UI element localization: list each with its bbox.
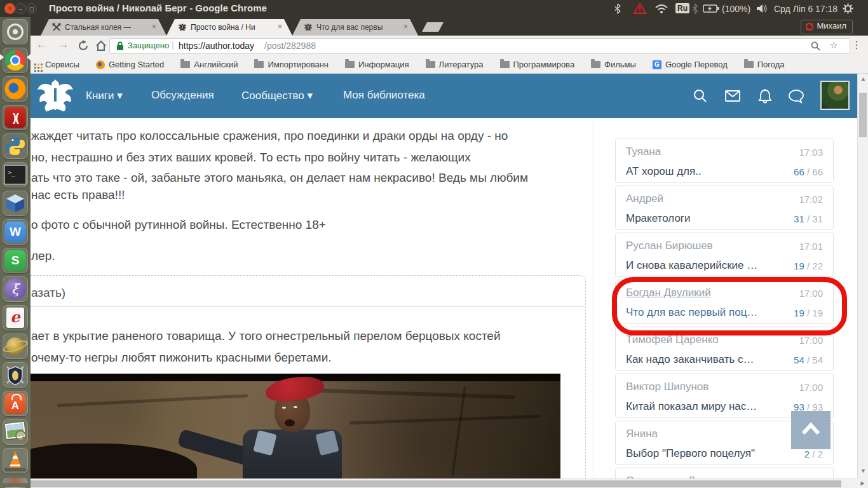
bookmark-folder-films[interactable]: Фильмы bbox=[591, 60, 636, 69]
bluetooth-dim-icon[interactable] bbox=[692, 3, 698, 14]
tab-close-icon[interactable]: × bbox=[152, 22, 156, 31]
sidebar-entry[interactable]: Охотникова Лидия 17:00 bbox=[615, 468, 834, 478]
entry-author[interactable]: Туяана bbox=[626, 146, 661, 158]
ubuntu-software-icon[interactable]: A bbox=[3, 391, 28, 416]
nav-books[interactable]: Книги ▾ bbox=[86, 89, 123, 102]
battery-icon[interactable] bbox=[703, 4, 719, 13]
entry-title[interactable]: АТ хорош для.. bbox=[626, 158, 702, 178]
bookmark-folder-weather[interactable]: Погода bbox=[744, 60, 785, 69]
bookmark-google-translate[interactable]: G Google Перевод bbox=[653, 60, 728, 69]
w-app-icon[interactable]: W bbox=[3, 219, 28, 245]
bookmarks-bar: Сервисы Getting Started Английский Импор… bbox=[0, 56, 868, 74]
window-minimize-button[interactable]: − bbox=[15, 3, 26, 14]
article-line: жаждет читать про колоссальные сражения,… bbox=[31, 129, 508, 143]
back-button[interactable]: ← bbox=[36, 37, 48, 51]
nav-discussions[interactable]: Обсуждения bbox=[151, 89, 214, 102]
entry-author[interactable]: Руслан Бирюшев bbox=[626, 240, 713, 252]
nav-my-library[interactable]: Моя библиотека bbox=[343, 89, 425, 102]
tab-chto-dlya-vas[interactable]: Что для вас первы × bbox=[292, 19, 418, 36]
site-header: Книги ▾ Обсуждения Сообщество ▾ Моя библ… bbox=[0, 74, 857, 118]
address-bar[interactable]: Защищено | https://author.today /post/28… bbox=[109, 38, 850, 54]
sync-error-icon bbox=[805, 22, 814, 31]
terminal-icon[interactable]: >_ bbox=[3, 162, 28, 187]
sidebar-entry[interactable]: Андрей 17:02 Мракетологи 31 / 31 bbox=[615, 186, 834, 230]
horizontal-scrollbar[interactable] bbox=[0, 478, 857, 488]
entry-title[interactable]: Китай показал миру нас… bbox=[626, 393, 757, 413]
wifi-icon[interactable] bbox=[654, 4, 668, 14]
clock[interactable]: Срд Ліп 6 17:18 bbox=[774, 4, 837, 14]
entry-title[interactable]: Выбор "Первого поцелуя" bbox=[626, 440, 755, 460]
entry-author[interactable]: Тимофей Царенко bbox=[626, 334, 719, 346]
keyboard-layout-indicator[interactable]: Ru bbox=[675, 3, 689, 13]
tab-prosto-voyna[interactable]: Просто война / Ни × bbox=[166, 19, 292, 36]
scroll-to-top-button[interactable] bbox=[791, 411, 831, 449]
sidebar-entry[interactable]: Туяана 17:03 АТ хорош для.. 66 / 66 bbox=[615, 139, 834, 183]
vertical-scrollbar[interactable]: ▲ ▼ bbox=[857, 74, 868, 478]
window-maximize-button[interactable]: ◻ bbox=[26, 3, 37, 14]
tab-stalnaya-koleya[interactable]: Стальная колея — × bbox=[41, 19, 166, 36]
apps-grid-icon bbox=[34, 64, 36, 65]
s-app-icon[interactable]: S bbox=[3, 248, 28, 273]
bookmark-folder-imported[interactable]: Импортированн bbox=[254, 60, 329, 69]
spoiler-toggle[interactable]: азать) bbox=[31, 286, 65, 300]
window-close-button[interactable]: × bbox=[4, 3, 15, 14]
bookmark-star-icon[interactable]: ☆ bbox=[830, 39, 838, 51]
vertical-scroll-thumb[interactable] bbox=[859, 93, 867, 137]
bookmark-folder-english[interactable]: Английский bbox=[180, 60, 238, 69]
warning-icon[interactable] bbox=[633, 3, 647, 15]
new-tab-button[interactable] bbox=[422, 22, 444, 32]
shield-game-icon[interactable] bbox=[3, 362, 28, 388]
search-icon[interactable] bbox=[693, 88, 708, 104]
virtualbox-icon[interactable] bbox=[3, 191, 28, 216]
emacs-icon[interactable]: ξ bbox=[3, 276, 28, 302]
bell-icon[interactable] bbox=[757, 88, 773, 105]
user-avatar[interactable] bbox=[820, 81, 850, 110]
entry-author[interactable]: Андрей bbox=[626, 193, 663, 205]
volume-icon[interactable] bbox=[756, 4, 768, 13]
entry-title[interactable]: И снова кавалерийские … bbox=[626, 252, 757, 272]
ubuntu-dash-icon[interactable] bbox=[3, 19, 28, 44]
url-separator: | bbox=[172, 39, 174, 50]
bookmark-getting-started[interactable]: Getting Started bbox=[96, 60, 164, 69]
reload-button[interactable] bbox=[78, 40, 89, 51]
zoom-icon[interactable] bbox=[811, 41, 820, 51]
python-icon[interactable] bbox=[3, 133, 28, 159]
horizontal-scroll-thumb[interactable] bbox=[31, 480, 841, 487]
planet-game-icon[interactable] bbox=[3, 334, 28, 359]
bookmark-label: Английский bbox=[194, 60, 238, 69]
double-commander-icon[interactable]: )( bbox=[3, 105, 28, 130]
entry-author[interactable]: Виктор Шипунов bbox=[626, 381, 709, 393]
vlc-icon[interactable] bbox=[3, 448, 28, 473]
page-viewport: Поцелуи бывают разные 7 / 7 Туяана 17:03… bbox=[0, 74, 857, 478]
scroll-right-arrow[interactable]: ▶ bbox=[857, 478, 868, 488]
gear-icon[interactable] bbox=[843, 3, 853, 14]
sidebar-entry[interactable]: Руслан Бирюшев 17:01 И снова кавалерийск… bbox=[615, 233, 834, 277]
entry-title[interactable]: Как надо заканчивать с… bbox=[626, 346, 754, 366]
firefox-icon[interactable] bbox=[3, 76, 28, 102]
bookmark-folder-programming[interactable]: Программирова bbox=[500, 60, 575, 69]
chat-icon[interactable] bbox=[788, 88, 804, 104]
home-button[interactable] bbox=[95, 40, 107, 51]
image-viewer-icon[interactable] bbox=[3, 419, 28, 445]
chrome-menu-icon[interactable]: ⋮ bbox=[851, 39, 862, 51]
bookmark-services[interactable]: Сервисы bbox=[34, 60, 79, 69]
entry-author[interactable]: Янина bbox=[626, 428, 658, 440]
nav-community[interactable]: Сообщество ▾ bbox=[241, 89, 313, 102]
entry-title[interactable]: Мракетологи bbox=[626, 205, 691, 225]
url-host[interactable]: https://author.today bbox=[179, 41, 254, 51]
tab-close-icon[interactable]: × bbox=[403, 22, 408, 31]
document-viewer-icon[interactable]: e bbox=[3, 305, 28, 330]
bookmark-folder-information[interactable]: Информация bbox=[345, 60, 409, 69]
scroll-down-arrow[interactable]: ▼ bbox=[860, 468, 866, 474]
author-today-icon bbox=[304, 23, 313, 32]
tab-close-icon[interactable]: × bbox=[278, 22, 282, 31]
bluetooth-icon[interactable] bbox=[614, 3, 621, 14]
security-label[interactable]: Защищено bbox=[128, 41, 169, 50]
profile-button[interactable]: Михаил bbox=[801, 20, 853, 34]
scroll-up-arrow[interactable]: ▲ bbox=[860, 76, 866, 82]
forward-button[interactable]: → bbox=[57, 37, 69, 51]
mail-icon[interactable] bbox=[724, 88, 741, 104]
bookmark-label: Импортированн bbox=[268, 60, 329, 69]
google-chrome-icon[interactable] bbox=[3, 48, 28, 73]
bookmark-folder-literature[interactable]: Литература bbox=[426, 60, 484, 69]
